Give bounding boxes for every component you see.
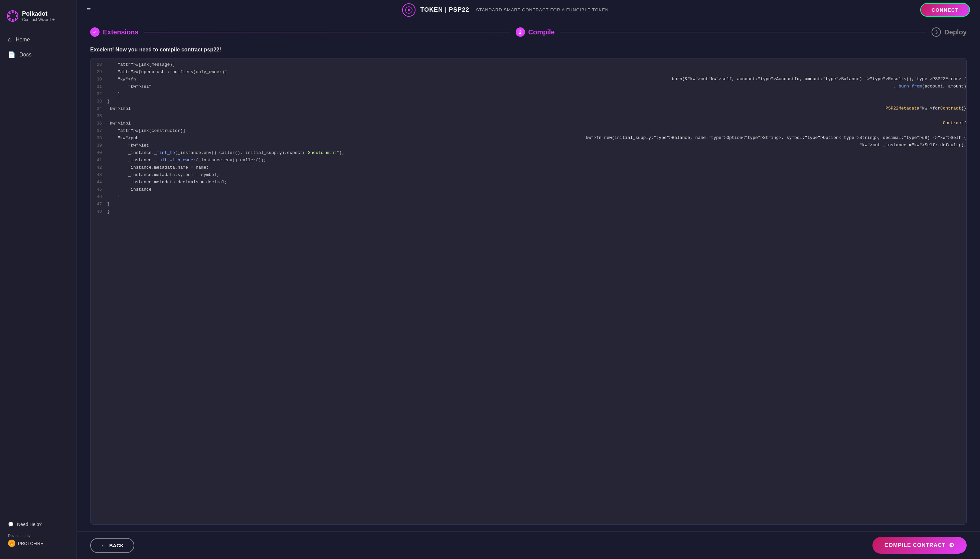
line-code: "kw">impl <box>107 106 886 111</box>
need-help-link[interactable]: 💬 Need Help? <box>8 522 68 527</box>
line-number: 34 <box>91 106 107 111</box>
gear-icon: ⚙ <box>949 542 955 549</box>
svg-point-5 <box>9 12 11 14</box>
line-code: _instance.metadata.symbol = symbol; <box>107 172 966 177</box>
code-line: 42 _instance.metadata.name = name; <box>91 165 966 172</box>
step3-label: Deploy <box>944 28 967 36</box>
code-line: 46 } <box>91 194 966 201</box>
line-code: "kw">pub <box>107 135 583 141</box>
line-code: "attr">#[ink(constructor)] <box>107 128 966 133</box>
step2-num: 2 <box>516 27 525 37</box>
line-number: 35 <box>91 113 107 119</box>
svg-point-1 <box>12 11 14 13</box>
step2-label: Compile <box>528 28 555 36</box>
svg-point-8 <box>9 18 11 20</box>
code-line: 41 _instance._init_with_owner(_instance.… <box>91 157 966 165</box>
logo-text: Polkadot Contract Wizard ✦ <box>22 10 55 22</box>
line-code: "kw">let <box>107 142 859 148</box>
line-number: 47 <box>91 201 107 207</box>
compile-contract-button[interactable]: COMPILE CONTRACT ⚙ <box>872 537 967 554</box>
line-code: "attr">#[openbrush::modifiers(only_owner… <box>107 69 966 74</box>
code-editor[interactable]: 28 "attr">#[ink(message)] 29 "attr">#[op… <box>91 58 966 524</box>
code-line: 39 "kw">let "kw">mut _instance = "kw">Se… <box>91 142 966 150</box>
chat-icon: 💬 <box>8 522 14 527</box>
need-help-label: Need Help? <box>17 522 42 527</box>
back-arrow-icon: ← <box>101 542 106 548</box>
svg-point-7 <box>15 12 17 14</box>
line-code: "kw">self <box>107 84 894 89</box>
topbar-left: ≡ <box>87 6 91 14</box>
svg-point-3 <box>8 15 10 17</box>
svg-point-4 <box>16 15 18 17</box>
line-code: } <box>107 194 966 199</box>
line-number: 39 <box>91 142 107 148</box>
line-code: "kw">fn <box>107 76 672 82</box>
step-compile: 2 Compile <box>516 27 555 37</box>
line-number: 45 <box>91 187 107 192</box>
sidebar-item-docs[interactable]: 📄 Docs <box>0 47 76 63</box>
step1-done-icon: ✓ <box>90 27 99 37</box>
step-extensions: ✓ Extensions <box>90 27 139 37</box>
svg-marker-10 <box>408 8 411 12</box>
line-number: 32 <box>91 91 107 96</box>
back-button[interactable]: ← BACK <box>90 538 134 553</box>
logo-area: Polkadot Contract Wizard ✦ <box>0 7 76 29</box>
line-code: _instance <box>107 187 966 192</box>
line-code: _instance.metadata.decimals = decimal; <box>107 179 966 185</box>
code-line: 32 } <box>91 91 966 99</box>
connect-button[interactable]: CONNECT <box>920 3 970 17</box>
line-number: 41 <box>91 157 107 163</box>
code-line: 48 } <box>91 209 966 216</box>
step1-label: Extensions <box>103 28 139 36</box>
code-line: 40 _instance._mint_to(_instance.env().ca… <box>91 150 966 157</box>
main-content: ≡ TOKEN | PSP22 STANDARD SMART CONTRACT … <box>77 0 980 559</box>
code-line: 44 _instance.metadata.decimals = decimal… <box>91 179 966 187</box>
line-code: "kw">impl <box>107 121 943 126</box>
line-number: 37 <box>91 128 107 133</box>
sidebar-item-label-home: Home <box>16 37 30 43</box>
code-line: 31 "kw">self._burn_from(account, amount) <box>91 84 966 91</box>
content-title: Excelent! Now you need to compile contra… <box>90 47 967 53</box>
line-number: 46 <box>91 194 107 199</box>
step-line-2 <box>560 32 926 32</box>
menu-icon[interactable]: ≡ <box>87 6 91 14</box>
step-line-1 <box>144 32 510 32</box>
code-line: 45 _instance <box>91 187 966 194</box>
polkadot-logo-icon <box>7 10 19 22</box>
line-number: 48 <box>91 209 107 214</box>
compile-label: COMPILE CONTRACT <box>884 542 945 548</box>
stepper: ✓ Extensions 2 Compile 3 Deploy <box>77 20 980 40</box>
line-number: 44 <box>91 179 107 185</box>
code-editor-container: 28 "attr">#[ink(message)] 29 "attr">#[op… <box>90 58 967 524</box>
sidebar-footer: 💬 Need Help? Developed by 🔥 PROTOFIRE <box>0 516 76 552</box>
main-nav: ⌂ Home 📄 Docs <box>0 29 76 516</box>
app-name: Polkadot <box>22 10 55 17</box>
code-line: 35 <box>91 113 966 121</box>
sidebar-item-home[interactable]: ⌂ Home <box>0 32 76 47</box>
code-line: 33 } <box>91 99 966 106</box>
line-number: 38 <box>91 135 107 141</box>
line-number: 43 <box>91 172 107 177</box>
developed-by-label: Developed by <box>8 534 68 538</box>
code-line: 30 "kw">fn burn(&"kw">mut "kw">self, acc… <box>91 76 966 84</box>
token-svg-icon <box>405 7 412 14</box>
token-description: STANDARD SMART CONTRACT FOR A FUNGIBLE T… <box>476 7 609 12</box>
line-number: 33 <box>91 99 107 104</box>
topbar-center: TOKEN | PSP22 STANDARD SMART CONTRACT FO… <box>402 3 609 17</box>
token-icon <box>402 3 416 17</box>
line-number: 40 <box>91 150 107 155</box>
line-number: 28 <box>91 62 107 67</box>
app-subtitle: Contract Wizard ✦ <box>22 17 55 22</box>
code-line: 38 "kw">pub "kw">fn new(initial_supply: … <box>91 135 966 142</box>
topbar: ≡ TOKEN | PSP22 STANDARD SMART CONTRACT … <box>77 0 980 20</box>
content-area: Excelent! Now you need to compile contra… <box>77 40 980 531</box>
home-icon: ⌂ <box>8 36 12 43</box>
line-number: 31 <box>91 84 107 89</box>
code-line: 29 "attr">#[openbrush::modifiers(only_ow… <box>91 69 966 76</box>
line-code: } <box>107 209 966 214</box>
svg-point-2 <box>12 19 14 21</box>
line-number: 29 <box>91 69 107 74</box>
line-code: } <box>107 201 966 207</box>
docs-icon: 📄 <box>8 51 15 58</box>
code-line: 36 "kw">impl Contract { <box>91 121 966 128</box>
